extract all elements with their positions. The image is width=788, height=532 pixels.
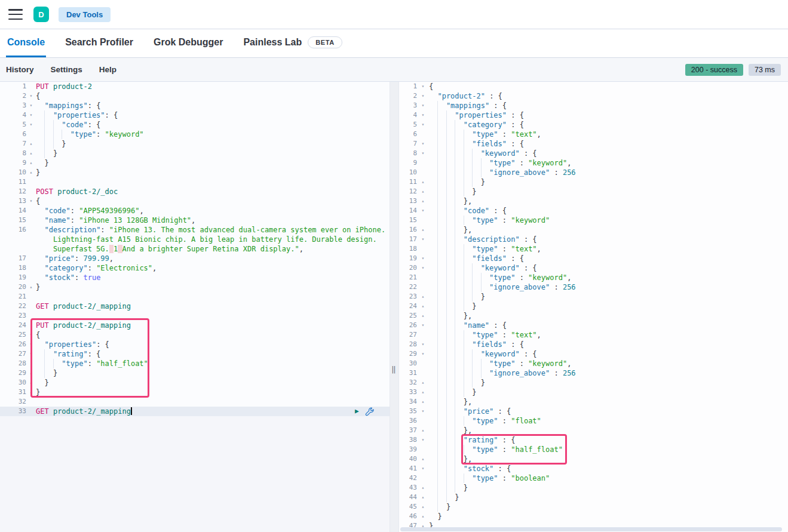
editor-line[interactable]: 1PUT product-2 — [0, 82, 390, 91]
fold-close-icon[interactable]: ▴ — [26, 149, 36, 158]
editor-line[interactable]: 2▾{ — [0, 91, 390, 101]
fold-close-icon[interactable]: ▴ — [26, 139, 36, 149]
fold-open-icon[interactable]: ▾ — [417, 340, 429, 349]
tab-grok-debugger[interactable]: Grok Debugger — [152, 29, 224, 57]
fold-open-icon[interactable]: ▾ — [417, 120, 429, 130]
fold-open-icon[interactable]: ▾ — [26, 330, 36, 340]
fold-close-icon[interactable]: ▴ — [417, 388, 429, 397]
fold-open-icon[interactable]: ▾ — [26, 110, 36, 120]
fold-open-icon[interactable]: ▾ — [417, 139, 429, 149]
editor-line[interactable]: 33GET product-2/_mapping▶ — [0, 407, 390, 416]
editor-line[interactable]: 11 — [0, 177, 390, 187]
editor-line[interactable]: 7▴ } — [0, 139, 390, 149]
editor-line[interactable]: 32 — [0, 397, 390, 407]
fold-close-icon[interactable]: ▴ — [417, 493, 429, 502]
editor-line[interactable]: 4▾ "properties": { — [0, 110, 390, 120]
editor-line[interactable]: 26▾ "properties": { — [0, 340, 390, 349]
editor-line[interactable]: 19 "stock": true — [0, 273, 390, 282]
editor-line[interactable]: 27▾ "rating": { — [0, 349, 390, 359]
pane-resizer[interactable]: ‖ — [390, 82, 399, 532]
fold-close-icon[interactable]: ▴ — [26, 158, 36, 168]
fold-open-icon[interactable]: ▾ — [417, 464, 429, 473]
menu-icon[interactable] — [8, 9, 23, 20]
editor-line[interactable]: 13▾{ — [0, 196, 390, 206]
editor-line[interactable]: 18 "category": "Electronics", — [0, 263, 390, 273]
editor-line[interactable]: 15 "name": "iPhone 13 128GB Midnight", — [0, 216, 390, 225]
editor-line[interactable]: 14 "code": "APP549396996", — [0, 206, 390, 216]
editor-line[interactable]: 16 "description": "iPhone 13. The most a… — [0, 225, 390, 235]
fold-open-icon[interactable]: ▾ — [417, 206, 429, 216]
horizontal-scrollbar[interactable] — [400, 527, 782, 531]
fold-close-icon[interactable]: ▴ — [417, 397, 429, 407]
fold-open-icon[interactable]: ▾ — [417, 110, 429, 120]
fold-open-icon[interactable]: ▾ — [417, 349, 429, 359]
editor-line[interactable]: 5▾ "code": { — [0, 120, 390, 130]
editor-line[interactable]: 30▴ } — [0, 378, 390, 388]
fold-close-icon[interactable]: ▴ — [417, 378, 429, 388]
fold-open-icon[interactable]: ▾ — [26, 101, 36, 110]
fold-close-icon[interactable]: ▴ — [417, 292, 429, 302]
fold-close-icon[interactable]: ▴ — [26, 282, 36, 292]
editor-empty-area[interactable] — [0, 416, 390, 532]
fold-open-icon[interactable]: ▾ — [417, 149, 429, 158]
fold-close-icon[interactable]: ▴ — [417, 225, 429, 235]
request-editor[interactable]: 1PUT product-22▾{3▾ "mappings": {4▾ "pro… — [0, 82, 390, 532]
fold-close-icon[interactable]: ▴ — [417, 483, 429, 493]
deployment-logo[interactable]: D — [33, 7, 49, 22]
tab-console[interactable]: Console — [6, 29, 46, 57]
editor-line[interactable]: 29▴ } — [0, 368, 390, 378]
editor-line[interactable]: Superfast 5G. 1 And a brighter Super Ret… — [0, 244, 390, 254]
fold-close-icon[interactable]: ▴ — [26, 168, 36, 177]
tab-search-profiler[interactable]: Search Profiler — [64, 29, 134, 57]
editor-line[interactable]: 12POST product-2/_doc — [0, 187, 390, 196]
fold-open-icon[interactable]: ▾ — [26, 120, 36, 130]
editor-line[interactable]: 24PUT product-2/_mapping — [0, 321, 390, 330]
fold-close-icon[interactable]: ▴ — [417, 302, 429, 311]
editor-line[interactable]: 6 "type": "keyword" — [0, 130, 390, 139]
fold-close-icon[interactable]: ▴ — [417, 187, 429, 196]
fold-close-icon[interactable]: ▴ — [417, 502, 429, 512]
fold-close-icon[interactable]: ▴ — [417, 426, 429, 435]
editor-line[interactable]: 20▴} — [0, 282, 390, 292]
fold-open-icon[interactable]: ▾ — [26, 196, 36, 206]
editor-line[interactable]: 25▾{ — [0, 330, 390, 340]
fold-open-icon[interactable]: ▾ — [26, 340, 36, 349]
wrench-icon[interactable] — [365, 407, 374, 416]
fold-open-icon[interactable]: ▾ — [417, 321, 429, 330]
editor-line[interactable]: 23 — [0, 311, 390, 321]
fold-close-icon[interactable]: ▴ — [26, 378, 36, 388]
editor-line[interactable]: 21 — [0, 292, 390, 302]
fold-open-icon[interactable]: ▾ — [417, 235, 429, 244]
editor-line[interactable]: 8▴ } — [0, 149, 390, 158]
editor-line[interactable]: 28 "type": "half_float" — [0, 359, 390, 368]
fold-close-icon[interactable]: ▴ — [417, 311, 429, 321]
fold-open-icon[interactable]: ▾ — [26, 91, 36, 101]
history-button[interactable]: History — [6, 65, 34, 74]
play-icon[interactable]: ▶ — [355, 407, 359, 416]
fold-close-icon[interactable]: ▴ — [26, 368, 36, 378]
editor-line[interactable]: 9▴ } — [0, 158, 390, 168]
fold-open-icon[interactable]: ▾ — [417, 82, 429, 91]
fold-close-icon[interactable]: ▴ — [417, 196, 429, 206]
help-button[interactable]: Help — [99, 65, 116, 74]
fold-close-icon[interactable]: ▴ — [26, 388, 36, 397]
tab-painless-lab[interactable]: Painless Lab BETA — [242, 29, 343, 57]
fold-open-icon[interactable]: ▾ — [417, 91, 429, 101]
fold-close-icon[interactable]: ▴ — [417, 177, 429, 187]
fold-close-icon[interactable]: ▴ — [417, 454, 429, 464]
breadcrumb[interactable]: Dev Tools — [59, 7, 111, 22]
editor-line[interactable]: 3▾ "mappings": { — [0, 101, 390, 110]
editor-line[interactable]: 10▴} — [0, 168, 390, 177]
fold-open-icon[interactable]: ▾ — [26, 349, 36, 359]
editor-line[interactable]: 17 "price": 799.99, — [0, 254, 390, 263]
fold-open-icon[interactable]: ▾ — [417, 254, 429, 263]
editor-line[interactable]: Lightning-fast A15 Bionic chip. A big le… — [0, 235, 390, 244]
settings-button[interactable]: Settings — [51, 65, 82, 74]
fold-open-icon[interactable]: ▾ — [417, 101, 429, 110]
fold-open-icon[interactable]: ▾ — [417, 263, 429, 273]
fold-close-icon[interactable]: ▴ — [417, 512, 429, 521]
fold-open-icon[interactable]: ▾ — [417, 407, 429, 416]
fold-open-icon[interactable]: ▾ — [417, 435, 429, 445]
editor-line[interactable]: 31▴} — [0, 388, 390, 397]
editor-line[interactable]: 22GET product-2/_mapping — [0, 302, 390, 311]
